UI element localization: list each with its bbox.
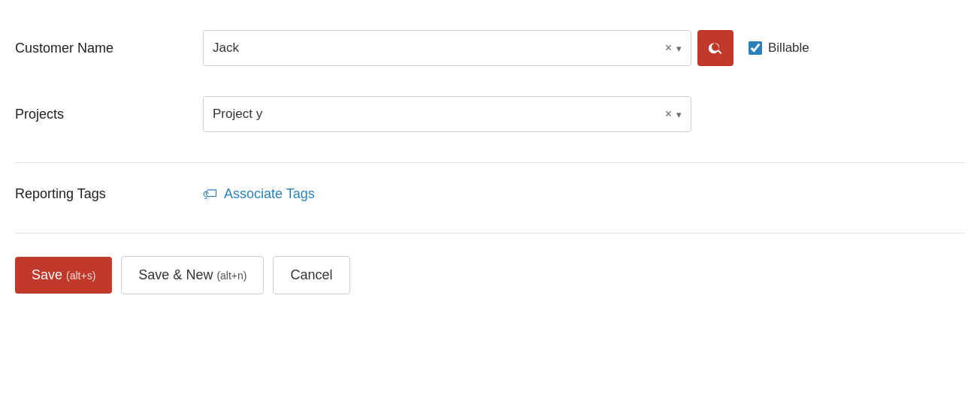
projects-value: Project y bbox=[213, 107, 262, 122]
divider-bottom bbox=[15, 233, 965, 234]
projects-clear-button[interactable]: × bbox=[665, 108, 672, 120]
customer-name-select[interactable]: Jack × ▾ bbox=[203, 30, 691, 66]
billable-group: Billable bbox=[749, 41, 809, 56]
customer-name-clear-button[interactable]: × bbox=[665, 42, 672, 54]
cancel-button[interactable]: Cancel bbox=[273, 256, 349, 294]
projects-select[interactable]: Project y × ▾ bbox=[203, 96, 691, 132]
associate-tags-text: Associate Tags bbox=[224, 186, 315, 202]
customer-search-button[interactable] bbox=[697, 30, 733, 66]
associate-tags-link[interactable]: 🏷 Associate Tags bbox=[203, 185, 315, 203]
bottom-actions: Save (alt+s) Save & New (alt+n) Cancel bbox=[15, 256, 965, 294]
search-icon bbox=[707, 40, 724, 56]
divider-top bbox=[15, 162, 965, 163]
save-button[interactable]: Save (alt+s) bbox=[15, 257, 112, 294]
billable-checkbox[interactable] bbox=[749, 41, 762, 55]
billable-label: Billable bbox=[768, 41, 809, 56]
customer-name-row: Customer Name Jack × ▾ Billable bbox=[15, 30, 965, 66]
customer-name-value: Jack bbox=[213, 41, 239, 56]
tag-icon: 🏷 bbox=[203, 185, 218, 203]
customer-name-controls: Jack × ▾ Billable bbox=[203, 30, 809, 66]
save-and-new-button[interactable]: Save & New (alt+n) bbox=[121, 256, 264, 294]
projects-controls: Project y × ▾ bbox=[203, 96, 691, 132]
customer-name-chevron-icon[interactable]: ▾ bbox=[676, 43, 682, 54]
projects-select-controls: × ▾ bbox=[665, 108, 682, 120]
projects-label: Projects bbox=[15, 107, 203, 122]
projects-row: Projects Project y × ▾ bbox=[15, 96, 965, 132]
customer-name-label: Customer Name bbox=[15, 41, 203, 56]
projects-chevron-icon[interactable]: ▾ bbox=[676, 109, 682, 120]
customer-name-select-controls: × ▾ bbox=[665, 42, 682, 54]
reporting-tags-row: Reporting Tags 🏷 Associate Tags bbox=[15, 185, 965, 203]
reporting-tags-label: Reporting Tags bbox=[15, 186, 203, 202]
